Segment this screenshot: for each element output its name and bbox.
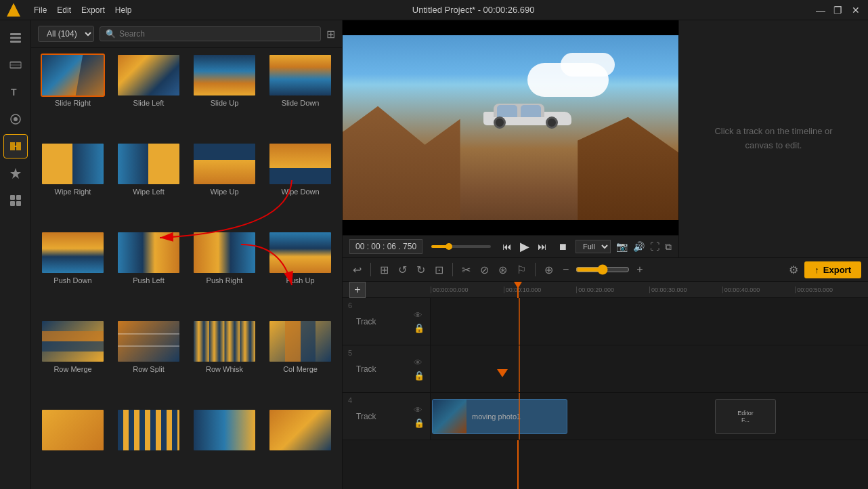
- sidebar-icon-transitions[interactable]: [3, 134, 28, 158]
- slide-down-label: Slide Down: [282, 99, 320, 107]
- maximize-button[interactable]: ❐: [833, 5, 844, 16]
- transition-push-left[interactable]: Push Left: [112, 231, 185, 316]
- sidebar-icon-layers[interactable]: [3, 26, 28, 50]
- export-button[interactable]: ↑ Export: [804, 261, 861, 278]
- transition-slide-up[interactable]: Slide Up: [188, 54, 261, 139]
- transition-more-1[interactable]: [37, 408, 109, 484]
- slide-left-thumb: [116, 54, 181, 97]
- settings-icon[interactable]: ⚙: [785, 261, 802, 278]
- toolbar-btn-5[interactable]: ✂: [458, 261, 474, 278]
- menu-help[interactable]: Help: [115, 5, 132, 15]
- export-label: Export: [823, 265, 851, 275]
- track-content-4: moving photo1 Editor F...: [431, 393, 868, 440]
- video-progress-bar[interactable]: [431, 245, 491, 248]
- toolbar-btn-3[interactable]: ↻: [413, 261, 429, 278]
- volume-icon[interactable]: 🔊: [633, 241, 645, 252]
- zoom-in-button[interactable]: +: [633, 261, 646, 278]
- transition-more-2[interactable]: [112, 408, 185, 484]
- skip-forward-button[interactable]: ⏭: [535, 240, 550, 253]
- visibility-icon-5[interactable]: 👁: [414, 358, 425, 368]
- transition-row-split[interactable]: Row Split: [112, 320, 185, 405]
- sidebar-icon-stickers[interactable]: [3, 161, 28, 186]
- toolbar-btn-4[interactable]: ⊡: [431, 261, 447, 278]
- search-input[interactable]: [119, 29, 315, 39]
- timeline-playhead[interactable]: [517, 282, 519, 297]
- editor-clip[interactable]: Editor F...: [715, 399, 776, 434]
- wipe-left-label: Wipe Left: [133, 188, 164, 196]
- svg-rect-7: [10, 195, 15, 200]
- transition-row-merge[interactable]: Row Merge: [37, 320, 109, 405]
- toolbar-btn-7[interactable]: ⊛: [495, 261, 511, 278]
- svg-rect-0: [10, 33, 21, 35]
- toolbar: ↩ ⊞ ↺ ↻ ⊡ ✂ ⊘ ⊛ ⚐ ⊕ − + ⚙ ↑ Export: [343, 257, 868, 282]
- sidebar-icon-effects[interactable]: [3, 107, 28, 131]
- slide-right-label: Slide Right: [55, 99, 91, 107]
- lock-icon-5[interactable]: 🔒: [414, 370, 425, 381]
- wipe-right-thumb: [41, 142, 105, 186]
- app-logo-icon: [7, 3, 20, 17]
- minimize-button[interactable]: —: [815, 5, 826, 16]
- toolbar-btn-2[interactable]: ↺: [395, 261, 410, 278]
- slide-right-thumb: [41, 54, 105, 97]
- transition-wipe-left[interactable]: Wipe Left: [112, 142, 185, 228]
- lock-icon-6[interactable]: 🔒: [414, 323, 425, 333]
- pip-icon[interactable]: ⧉: [665, 241, 672, 253]
- track-label-6: Track: [356, 317, 376, 326]
- snapshot-icon[interactable]: 📷: [616, 241, 628, 252]
- slide-left-label: Slide Left: [133, 99, 165, 107]
- zoom-slider[interactable]: [576, 264, 630, 275]
- slide-down-thumb: [268, 54, 332, 97]
- grid-view-button[interactable]: ⊞: [326, 28, 335, 41]
- video-clip-moving-photo[interactable]: moving photo1: [432, 399, 567, 434]
- menu-edit[interactable]: Edit: [57, 5, 71, 15]
- track-label-5: Track: [356, 364, 376, 374]
- sidebar-icon-more[interactable]: [3, 188, 28, 213]
- toolbar-btn-1[interactable]: ⊞: [376, 261, 392, 278]
- toolbar-btn-9[interactable]: ⊕: [541, 261, 557, 278]
- toolbar-btn-8[interactable]: ⚐: [513, 261, 529, 278]
- visibility-icon-6[interactable]: 👁: [414, 310, 425, 320]
- stop-button[interactable]: ⏹: [555, 240, 570, 253]
- transition-push-up[interactable]: Push Up: [264, 231, 337, 316]
- transition-push-right[interactable]: Push Right: [188, 231, 261, 316]
- transition-wipe-down[interactable]: Wipe Down: [264, 142, 337, 228]
- add-track-button[interactable]: +: [349, 282, 366, 298]
- progress-fill: [431, 245, 449, 248]
- search-box[interactable]: 🔍: [100, 26, 321, 41]
- transition-row-whisk[interactable]: Row Whisk: [188, 320, 261, 405]
- sidebar-icon-text[interactable]: T: [3, 80, 28, 104]
- row-merge-label: Row Merge: [53, 365, 91, 373]
- transition-col-merge[interactable]: Col Merge: [264, 320, 337, 405]
- transition-wipe-up[interactable]: Wipe Up: [188, 142, 261, 228]
- progress-thumb: [446, 243, 452, 250]
- close-button[interactable]: ✕: [850, 5, 861, 16]
- fullscreen-icon[interactable]: ⛶: [650, 241, 659, 252]
- undo-button[interactable]: ↩: [349, 261, 365, 278]
- play-button[interactable]: ▶: [520, 239, 529, 254]
- transition-more-3[interactable]: [188, 408, 261, 484]
- push-down-label: Push Down: [53, 276, 91, 284]
- sidebar-icon-audio[interactable]: [3, 53, 28, 77]
- toolbar-btn-6[interactable]: ⊘: [477, 261, 492, 278]
- visibility-icon-4[interactable]: 👁: [414, 405, 425, 415]
- menu-file[interactable]: File: [34, 5, 47, 15]
- menu-export[interactable]: Export: [81, 5, 105, 15]
- toolbar-separator-2: [452, 263, 453, 276]
- search-icon: 🔍: [106, 29, 116, 39]
- zoom-dropdown[interactable]: Full: [576, 240, 611, 253]
- transition-wipe-right[interactable]: Wipe Right: [37, 142, 109, 228]
- window-controls[interactable]: — ❐ ✕: [815, 5, 861, 16]
- transition-more-4[interactable]: [264, 408, 337, 484]
- transition-slide-right[interactable]: Slide Right: [37, 54, 109, 139]
- lock-icon-4[interactable]: 🔒: [414, 418, 425, 428]
- toolbar-separator-1: [370, 263, 371, 276]
- slide-up-thumb: [192, 54, 257, 97]
- category-dropdown[interactable]: All (104): [38, 26, 94, 42]
- transition-push-down[interactable]: Push Down: [37, 231, 109, 316]
- zoom-out-button[interactable]: −: [559, 261, 572, 278]
- svg-rect-10: [16, 201, 21, 206]
- transition-slide-down[interactable]: Slide Down: [264, 54, 337, 139]
- transition-slide-left[interactable]: Slide Left: [112, 54, 185, 139]
- skip-back-button[interactable]: ⏮: [500, 240, 515, 253]
- video-controls: 00 : 00 : 06 . 750 ⏮ ▶ ⏭ ⏹ Full: [343, 235, 678, 257]
